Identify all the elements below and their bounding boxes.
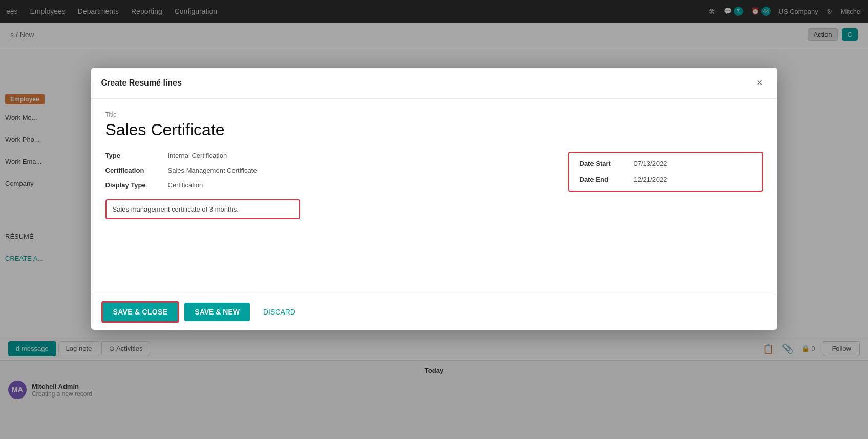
type-value: Internal Certification [168, 152, 227, 159]
date-start-value[interactable]: 07/13/2022 [634, 160, 667, 168]
modal-body: Title Sales Certificate Type Internal Ce… [91, 99, 777, 294]
display-type-field-row: Display Type Certification [105, 181, 538, 189]
title-field-label: Title [105, 111, 763, 118]
form-left: Type Internal Certification Certificatio… [105, 152, 538, 219]
type-label: Type [105, 152, 162, 159]
save-close-button[interactable]: SAVE & CLOSE [101, 301, 180, 323]
certification-value: Sales Management Certificate [168, 166, 257, 174]
modal-header: Create Resumé lines × [91, 68, 777, 99]
form-right: Date Start 07/13/2022 Date End 12/21/202… [568, 152, 763, 219]
date-box: Date Start 07/13/2022 Date End 12/21/202… [568, 152, 763, 192]
form-row-main: Type Internal Certification Certificatio… [105, 152, 763, 219]
certification-label: Certification [105, 166, 162, 174]
type-field-row: Type Internal Certification [105, 152, 538, 159]
modal-dialog: Create Resumé lines × Title Sales Certif… [91, 68, 777, 330]
discard-button[interactable]: DISCARD [255, 303, 304, 321]
title-field-value: Sales Certificate [105, 120, 763, 139]
save-new-button[interactable]: SAVE & NEW [184, 303, 250, 321]
date-end-value[interactable]: 12/21/2022 [634, 176, 667, 183]
description-box[interactable]: Sales management certificate of 3 months… [105, 199, 300, 219]
certification-field-row: Certification Sales Management Certifica… [105, 166, 538, 174]
modal-footer: SAVE & CLOSE SAVE & NEW DISCARD [91, 294, 777, 330]
display-type-value: Certification [168, 181, 203, 189]
date-start-row: Date Start 07/13/2022 [580, 160, 752, 168]
title-field-group: Title Sales Certificate [105, 111, 763, 139]
date-end-label: Date End [580, 176, 626, 183]
display-type-label: Display Type [105, 181, 162, 189]
date-end-row: Date End 12/21/2022 [580, 176, 752, 183]
modal-title: Create Resumé lines [101, 78, 182, 88]
date-start-label: Date Start [580, 160, 626, 168]
modal-close-button[interactable]: × [753, 76, 767, 90]
